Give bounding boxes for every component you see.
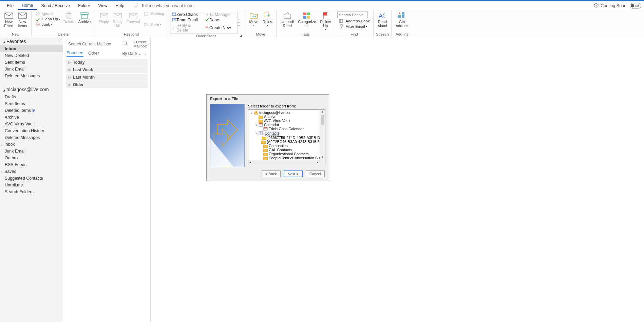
nav-item-deleted-items[interactable]: Deleted Items9 (0, 107, 63, 114)
envelope-icon (18, 12, 27, 20)
filter-email-button[interactable]: Filter Email▾ (337, 24, 371, 29)
new-items-button[interactable]: New Items (16, 11, 29, 28)
nav-item-new-deleted[interactable]: New Deleted (0, 52, 63, 59)
delete-button[interactable]: Delete (61, 11, 76, 24)
rules-button[interactable]: Rules▾ (261, 11, 274, 27)
group-label: Speech (376, 32, 389, 37)
tree-node-avg-virus-vault[interactable]: AVG Virus Vault (250, 119, 324, 123)
nav-item-search-folders[interactable]: Search Folders (0, 188, 63, 195)
folder-icon (263, 144, 268, 148)
more-respond-button[interactable]: More▾ (142, 22, 166, 27)
scroll-left-icon[interactable]: ◂ (249, 160, 251, 165)
nav-item-sent-items[interactable]: Sent Items (0, 59, 63, 66)
nav-item-outbox[interactable]: Outbox (0, 155, 63, 161)
cleanup-button[interactable]: Clean Up▾ (34, 16, 61, 22)
tree-node-triciagoss-live-com[interactable]: vtriciagoss@live.com (250, 110, 324, 115)
nav-item-archive[interactable]: Archive (0, 114, 63, 121)
folder-icon (258, 115, 263, 119)
tree-node-companies[interactable]: Companies (250, 144, 324, 148)
meeting-button[interactable]: Meeting (142, 11, 166, 16)
account-header[interactable]: triciagoss@live.com (0, 85, 63, 94)
scroll-thumb[interactable] (321, 115, 324, 125)
qs-to-manager: To Manager (209, 12, 231, 17)
menu-help[interactable]: Help (112, 2, 129, 9)
junk-button[interactable]: Junk▾ (34, 22, 61, 27)
sort-direction-icon[interactable]: ↓ (145, 51, 147, 56)
unread-read-button[interactable]: Unread/ Read (279, 11, 296, 28)
tree-node-tricia-goss-calendar[interactable]: Tricia Goss Calendar (250, 127, 324, 131)
back-button[interactable]: < Back (262, 170, 281, 177)
cancel-button[interactable]: Cancel (306, 170, 325, 177)
collapse-nav-icon[interactable]: ‹ (59, 38, 61, 43)
menu-home[interactable]: Home (18, 2, 37, 10)
nav-item-inbox[interactable]: Inbox (0, 45, 63, 52)
read-aloud-button[interactable]: ARead Aloud (376, 11, 389, 28)
date-group-older[interactable]: Older (66, 81, 148, 88)
tree-node-calendar[interactable]: vCalendar (250, 123, 324, 127)
tree-node-organizational-contacts[interactable]: Organizational Contacts (250, 152, 324, 156)
next-button[interactable]: Next > (284, 170, 303, 177)
tree-hscrollbar[interactable]: ◂▸ (248, 160, 320, 165)
categorize-button[interactable]: Categorize▾ (296, 11, 318, 27)
menu-folder[interactable]: Folder (74, 2, 94, 9)
tree-node--06967759-274d-40b2-a3eb[interactable]: {06967759-274D-40B2-A3EB-D7F (250, 136, 324, 140)
nav-item-conversation-history[interactable]: Conversation History (0, 127, 63, 134)
reply-button[interactable]: Reply (97, 11, 111, 24)
tree-twisty-icon[interactable]: v (254, 132, 258, 135)
nav-item-unroll.me[interactable]: Unroll.me (0, 182, 63, 188)
tab-focused[interactable]: Focused (67, 50, 83, 57)
coming-soon[interactable]: Coming Soon Off (594, 3, 641, 9)
scroll-up-icon[interactable]: ▴ (320, 110, 325, 115)
menu-send-receive[interactable]: Send / Receive (37, 2, 74, 9)
get-addins-button[interactable]: Get Add-ins (394, 11, 410, 28)
search-icon[interactable] (121, 41, 130, 47)
folder-tree[interactable]: vtriciagoss@live.comArchiveAVG Virus Vau… (248, 109, 325, 165)
nav-item-drafts[interactable]: Drafts (0, 94, 63, 100)
tree-twisty-icon[interactable]: v (250, 111, 253, 114)
sort-by-button[interactable]: By Date ⌄ (122, 51, 140, 56)
date-group-last-month[interactable]: Last Month (66, 74, 148, 81)
nav-item-sent-items[interactable]: Sent Items (0, 100, 63, 107)
categorize-label: Categorize (298, 20, 316, 24)
menu-file[interactable]: File (3, 2, 18, 9)
tree-node-peoplecentricconversatio[interactable]: PeopleCentricConversation Bud (250, 156, 324, 160)
nav-item-saved[interactable]: Saved (0, 168, 63, 175)
search-scope-dropdown[interactable]: Current Mailbox▾ (132, 40, 151, 48)
date-group-last-week[interactable]: Last Week (66, 66, 148, 73)
scroll-down-icon[interactable]: ▾ (320, 155, 325, 160)
tree-node-archive[interactable]: Archive (250, 115, 324, 119)
tree-node-gal-contacts[interactable]: GAL Contacts (250, 148, 324, 152)
nav-item-junk-email[interactable]: Junk Email (0, 66, 63, 73)
quick-steps-gallery[interactable]: Zero Chaos To Manager Team Email Done Re… (170, 11, 238, 34)
scroll-right-icon[interactable]: ▸ (317, 160, 319, 165)
search-mailbox-input[interactable] (66, 40, 130, 48)
date-group-today[interactable]: Today (66, 59, 148, 66)
forward-button[interactable]: Forward (125, 11, 142, 24)
nav-item-suggested-contacts[interactable]: Suggested Contacts (0, 175, 63, 182)
tab-other[interactable]: Other (88, 51, 99, 56)
nav-item-deleted-messages[interactable]: Deleted Messages (0, 73, 63, 79)
nav-item-rss-feeds[interactable]: RSS Feeds (0, 161, 63, 168)
nav-item-junk-email[interactable]: Junk Email (0, 148, 63, 155)
nav-item-inbox[interactable]: Inbox (0, 141, 63, 148)
move-button[interactable]: Move▾ (247, 11, 261, 27)
nav-item-deleted-messages[interactable]: Deleted Messages (0, 134, 63, 141)
coming-soon-toggle[interactable]: Off (630, 3, 641, 8)
address-book-button[interactable]: Address Book (337, 18, 371, 24)
tree-twisty-icon[interactable]: v (254, 123, 258, 126)
archive-button[interactable]: Archive (76, 11, 93, 24)
tree-node-contacts[interactable]: vContacts (250, 131, 324, 136)
nav-item-avg-virus-vault[interactable]: AVG Virus Vault (0, 121, 63, 127)
tree-node--a9e2bc46-b3a0-4243-b315[interactable]: {A9E2BC46-B3A0-4243-B315-60D (250, 140, 324, 144)
tree-vscrollbar[interactable]: ▴ ▾ (320, 110, 325, 165)
search-people-input[interactable] (337, 12, 368, 18)
quick-steps-expand[interactable]: ▴▾▾ (238, 18, 243, 27)
follow-up-button[interactable]: Follow Up▾ (318, 11, 333, 32)
favorites-header[interactable]: Favorites (0, 37, 63, 45)
ignore-button[interactable]: Ignore (34, 11, 61, 16)
folder-icon (263, 148, 268, 152)
reply-all-button[interactable]: Reply All (111, 11, 125, 28)
menu-view[interactable]: View (94, 2, 112, 9)
new-email-button[interactable]: New Email (2, 11, 16, 28)
tell-me-search[interactable]: Tell me what you want to do (134, 3, 193, 9)
